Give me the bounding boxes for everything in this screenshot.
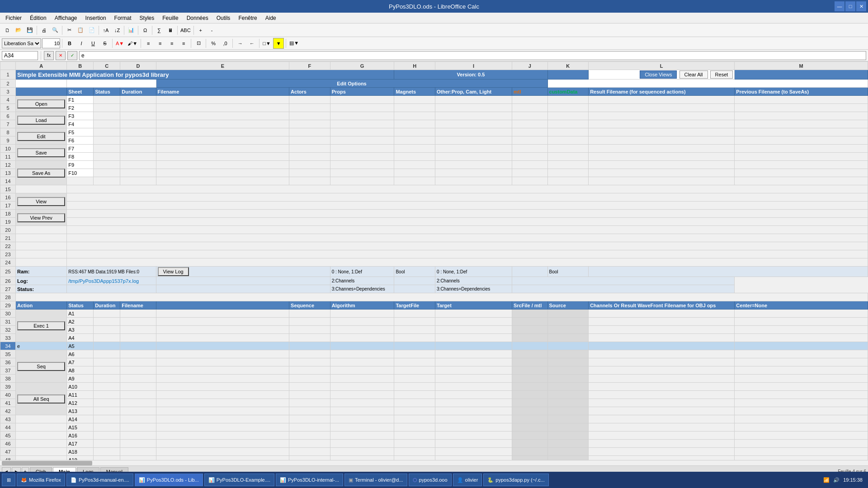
g38[interactable] xyxy=(330,375,394,383)
cell-K6[interactable] xyxy=(547,112,589,120)
h40[interactable] xyxy=(394,391,435,399)
l40[interactable] xyxy=(589,391,735,399)
cell-J5[interactable] xyxy=(512,104,547,112)
confirm-formula-button[interactable]: ✓ xyxy=(67,51,77,60)
cell-A34-selected[interactable]: e xyxy=(15,342,66,350)
chart-button[interactable]: 📊 xyxy=(126,25,137,36)
cell-L13[interactable] xyxy=(589,169,735,177)
j48[interactable] xyxy=(512,456,547,460)
cell-J4[interactable] xyxy=(512,96,547,104)
cell-B47[interactable]: A18 xyxy=(67,448,94,456)
cell-I4[interactable] xyxy=(435,96,512,104)
i33[interactable] xyxy=(435,334,512,342)
cell-A20[interactable] xyxy=(15,226,66,234)
cell-M12[interactable] xyxy=(735,161,868,169)
cell-D9[interactable] xyxy=(120,136,156,145)
cell-G11[interactable] xyxy=(330,153,394,161)
menu-aide[interactable]: Aide xyxy=(262,14,280,22)
m41[interactable] xyxy=(735,399,868,407)
cell-D4[interactable] xyxy=(120,96,156,104)
g47[interactable] xyxy=(330,448,394,456)
m37[interactable] xyxy=(735,366,868,375)
e33[interactable] xyxy=(156,334,289,342)
menu-donnees[interactable]: Données xyxy=(183,14,212,22)
cell-F13[interactable] xyxy=(289,169,330,177)
col-header-I[interactable]: I xyxy=(435,62,512,70)
seq-button[interactable]: Seq xyxy=(17,362,65,371)
m46[interactable] xyxy=(735,440,868,448)
i35[interactable] xyxy=(435,350,512,358)
cell-K7[interactable] xyxy=(547,120,589,128)
cell-D10[interactable] xyxy=(120,145,156,153)
taskbar-pypos3dapp[interactable]: 🐍 pypos3dapp.py (~/.c... xyxy=(483,474,549,486)
l48[interactable] xyxy=(589,456,735,460)
cell-M9[interactable] xyxy=(735,136,868,145)
align-right-button[interactable]: ≡ xyxy=(166,38,177,49)
highlight-button[interactable]: 🖌▼ xyxy=(126,38,139,49)
cell-A24[interactable] xyxy=(15,258,66,267)
cell-B44[interactable]: A15 xyxy=(67,423,94,432)
load-sheet-button[interactable]: Load xyxy=(17,116,65,125)
save-button[interactable]: 💾 xyxy=(24,25,35,36)
c40[interactable] xyxy=(94,391,120,399)
cell-H8[interactable] xyxy=(394,128,435,136)
cell-M13[interactable] xyxy=(735,169,868,177)
k43[interactable] xyxy=(547,415,589,423)
l35[interactable] xyxy=(589,350,735,358)
f32[interactable] xyxy=(289,326,330,334)
view-sheet-button[interactable]: View xyxy=(17,197,65,206)
cell-F10[interactable] xyxy=(289,145,330,153)
background-color-button[interactable]: ▼ xyxy=(273,38,284,49)
cell-B38[interactable]: A9 xyxy=(67,375,94,383)
h35[interactable] xyxy=(394,350,435,358)
e43[interactable] xyxy=(156,415,289,423)
btn-seq[interactable]: Seq xyxy=(15,350,66,383)
function-wizard-button[interactable]: fx xyxy=(44,51,54,60)
c43[interactable] xyxy=(94,415,120,423)
j39[interactable] xyxy=(512,383,547,391)
cell-M7[interactable] xyxy=(735,120,868,128)
g40[interactable] xyxy=(330,391,394,399)
l38[interactable] xyxy=(589,375,735,383)
menu-format[interactable]: Format xyxy=(111,14,135,22)
f31[interactable] xyxy=(289,318,330,326)
btn-open[interactable]: Open xyxy=(15,96,66,112)
cell-H4[interactable] xyxy=(394,96,435,104)
h46[interactable] xyxy=(394,440,435,448)
sheet-area[interactable]: A B C D E F G H I J K L M 1 xyxy=(0,61,868,460)
align-left-button[interactable]: ≡ xyxy=(143,38,154,49)
l39[interactable] xyxy=(589,383,735,391)
cell-C12[interactable] xyxy=(94,161,120,169)
k42[interactable] xyxy=(547,407,589,415)
i34[interactable] xyxy=(435,342,512,350)
h30[interactable] xyxy=(394,310,435,318)
cell-A2[interactable] xyxy=(15,80,66,88)
h38[interactable] xyxy=(394,375,435,383)
cell-B35[interactable]: A6 xyxy=(67,350,94,358)
cell-C13[interactable] xyxy=(94,169,120,177)
f30[interactable] xyxy=(289,310,330,318)
l33[interactable] xyxy=(589,334,735,342)
j42[interactable] xyxy=(512,407,547,415)
e37[interactable] xyxy=(156,366,289,375)
m35[interactable] xyxy=(735,350,868,358)
i44[interactable] xyxy=(435,423,512,432)
cell-B41[interactable]: A12 xyxy=(67,399,94,407)
cell-L5[interactable] xyxy=(589,104,735,112)
k37[interactable] xyxy=(547,366,589,375)
cell-I12[interactable] xyxy=(435,161,512,169)
m42[interactable] xyxy=(735,407,868,415)
col-header-G[interactable]: G xyxy=(330,62,394,70)
i47[interactable] xyxy=(435,448,512,456)
outdent-button[interactable]: ← xyxy=(246,38,257,49)
j38[interactable] xyxy=(512,375,547,383)
cell-A1-title[interactable]: Simple Extensible MMI Application for py… xyxy=(15,70,394,80)
cell-A23[interactable] xyxy=(15,250,66,258)
cell-G6[interactable] xyxy=(330,112,394,120)
col-header-F[interactable]: F xyxy=(289,62,330,70)
j44[interactable] xyxy=(512,423,547,432)
g41[interactable] xyxy=(330,399,394,407)
cell-A43[interactable] xyxy=(15,415,66,423)
paste-button[interactable]: 📄 xyxy=(86,25,97,36)
d40[interactable] xyxy=(120,391,156,399)
